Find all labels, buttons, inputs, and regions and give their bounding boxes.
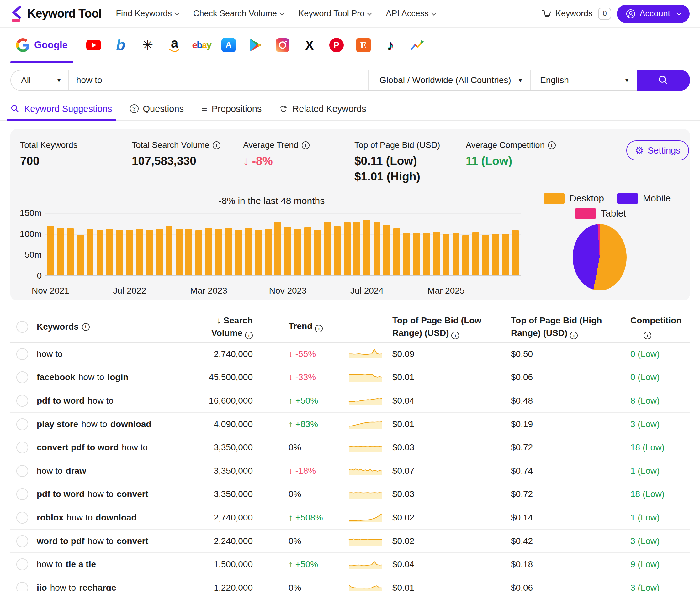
- platform-tab-google-label: Google: [34, 40, 68, 51]
- info-icon[interactable]: [644, 332, 651, 339]
- row-checkbox[interactable]: [16, 395, 28, 407]
- bar-chart: [45, 213, 521, 276]
- competition-cell: 1 (Low): [626, 513, 690, 523]
- keyword-cell[interactable]: word to pdf how to convert: [35, 536, 188, 546]
- language-select[interactable]: English ▾: [530, 70, 637, 90]
- search-button[interactable]: [637, 70, 690, 91]
- legend-swatch-desktop: [544, 193, 565, 204]
- bid-low-cell: $0.07: [389, 466, 508, 476]
- info-icon[interactable]: [82, 323, 90, 331]
- info-icon[interactable]: [548, 141, 556, 149]
- bar: [67, 228, 74, 275]
- row-checkbox[interactable]: [16, 512, 28, 524]
- platform-tab-etsy[interactable]: E: [356, 37, 371, 53]
- bar: [383, 225, 390, 275]
- keyword-cell[interactable]: how to tie a tie: [35, 560, 188, 569]
- scope-select[interactable]: All ▾: [11, 70, 69, 90]
- platform-tab-amazon[interactable]: a: [167, 37, 182, 53]
- select-all-checkbox[interactable]: [16, 321, 28, 333]
- bid-low-cell: $0.01: [389, 372, 508, 382]
- platform-tab-google[interactable]: Google: [10, 27, 73, 63]
- platform-tab-pinterest[interactable]: P: [329, 37, 344, 53]
- row-checkbox[interactable]: [16, 559, 28, 570]
- info-icon[interactable]: [213, 141, 221, 149]
- platform-tab-bing[interactable]: b: [113, 37, 129, 53]
- info-icon[interactable]: [315, 325, 323, 332]
- row-checkbox[interactable]: [16, 535, 28, 547]
- tab-prepositions[interactable]: Prepositions: [201, 97, 261, 120]
- keyword-tool-logo-icon: [10, 6, 23, 22]
- platform-tab-asterisk[interactable]: ✳: [140, 37, 156, 53]
- trend-cell: ↓ -33%: [253, 372, 345, 382]
- account-button[interactable]: Account: [617, 5, 690, 23]
- platform-tab-x-twitter[interactable]: X: [302, 37, 317, 53]
- user-icon: [626, 9, 636, 19]
- row-checkbox[interactable]: [16, 418, 28, 430]
- header-bid-low[interactable]: Top of Page Bid (Low Range) (USD): [389, 314, 508, 339]
- bid-low-cell: $0.04: [389, 396, 508, 406]
- bid-low-cell: $0.02: [389, 536, 508, 546]
- tab-questions[interactable]: Questions: [130, 97, 184, 120]
- row-checkbox[interactable]: [16, 442, 28, 453]
- row-checkbox[interactable]: [16, 465, 28, 477]
- ebay-icon: ebay: [192, 41, 211, 50]
- platform-tab-google-trends[interactable]: [410, 37, 425, 53]
- region-select[interactable]: Global / Worldwide (All Countries) ▾: [368, 70, 530, 90]
- brand-logo[interactable]: Keyword Tool: [10, 6, 101, 22]
- row-checkbox[interactable]: [16, 371, 28, 383]
- info-icon[interactable]: [570, 332, 578, 339]
- keyword-cell[interactable]: how to: [35, 349, 188, 359]
- keywords-cart[interactable]: Keywords: [542, 9, 593, 19]
- tab-keyword-suggestions[interactable]: Keyword Suggestions: [10, 97, 112, 120]
- platform-tab-google-play[interactable]: [248, 37, 264, 53]
- keyword-cell[interactable]: jio how to recharge: [35, 583, 188, 591]
- platform-tab-instagram[interactable]: [275, 37, 290, 53]
- search-bar: All ▾ Global / Worldwide (All Countries)…: [10, 70, 690, 91]
- keyword-cell[interactable]: play store how to download: [35, 419, 188, 429]
- keyword-cell[interactable]: pdf to word how to convert: [35, 489, 188, 499]
- info-icon[interactable]: [302, 141, 309, 149]
- platform-tab-youtube[interactable]: [86, 37, 102, 53]
- keyword-cell[interactable]: facebook how to login: [35, 372, 188, 382]
- menu-check-search-volume[interactable]: Check Search Volume: [193, 9, 284, 18]
- info-icon[interactable]: [451, 332, 459, 339]
- tab-related-keywords[interactable]: Related Keywords: [279, 97, 366, 120]
- table-row: play store how to download4,090,000↑ +83…: [10, 413, 690, 436]
- bar: [47, 226, 54, 275]
- bar: [146, 230, 153, 275]
- menu-find-keywords[interactable]: Find Keywords: [116, 9, 179, 18]
- menu-api-access[interactable]: API Access: [386, 9, 435, 18]
- header-competition[interactable]: Competition: [626, 314, 690, 339]
- header-search-volume[interactable]: ↓ Search Volume: [188, 314, 253, 339]
- row-checkbox[interactable]: [16, 348, 28, 360]
- keyword-cell[interactable]: convert pdf to word how to: [35, 443, 188, 453]
- search-input[interactable]: [69, 70, 368, 90]
- header-trend[interactable]: Trend: [253, 321, 345, 332]
- platform-tab-ebay[interactable]: ebay: [194, 37, 210, 53]
- table-header: Keywords ↓ Search Volume Trend Top of Pa…: [10, 312, 690, 342]
- header-keywords[interactable]: Keywords: [35, 322, 188, 332]
- bar: [413, 233, 420, 275]
- keyword-cell[interactable]: pdf to word how to: [35, 396, 188, 406]
- competition-cell: 3 (Low): [626, 583, 690, 591]
- keyword-cell[interactable]: how to draw: [35, 466, 188, 476]
- platform-tab-app-store[interactable]: A: [221, 37, 236, 53]
- info-icon[interactable]: [245, 332, 253, 339]
- gear-icon: [635, 145, 644, 155]
- row-checkbox[interactable]: [16, 582, 28, 591]
- menu-keyword-tool-pro[interactable]: Keyword Tool Pro: [298, 9, 371, 18]
- etsy-icon: E: [356, 38, 371, 52]
- bar: [166, 226, 173, 275]
- row-checkbox[interactable]: [16, 488, 28, 500]
- header-bid-high[interactable]: Top of Page Bid (High Range) (USD): [508, 314, 626, 339]
- bar: [77, 235, 84, 275]
- trend-cell: 0%: [253, 536, 345, 546]
- platform-tab-tiktok[interactable]: ♪: [383, 37, 398, 53]
- settings-button[interactable]: Settings: [626, 140, 689, 160]
- keyword-cell[interactable]: roblox how to download: [35, 513, 188, 523]
- bar: [353, 222, 360, 275]
- settings-label: Settings: [648, 145, 681, 156]
- asterisk-icon: ✳: [142, 39, 153, 52]
- bar: [502, 234, 509, 275]
- trend-cell: ↓ -18%: [253, 466, 345, 476]
